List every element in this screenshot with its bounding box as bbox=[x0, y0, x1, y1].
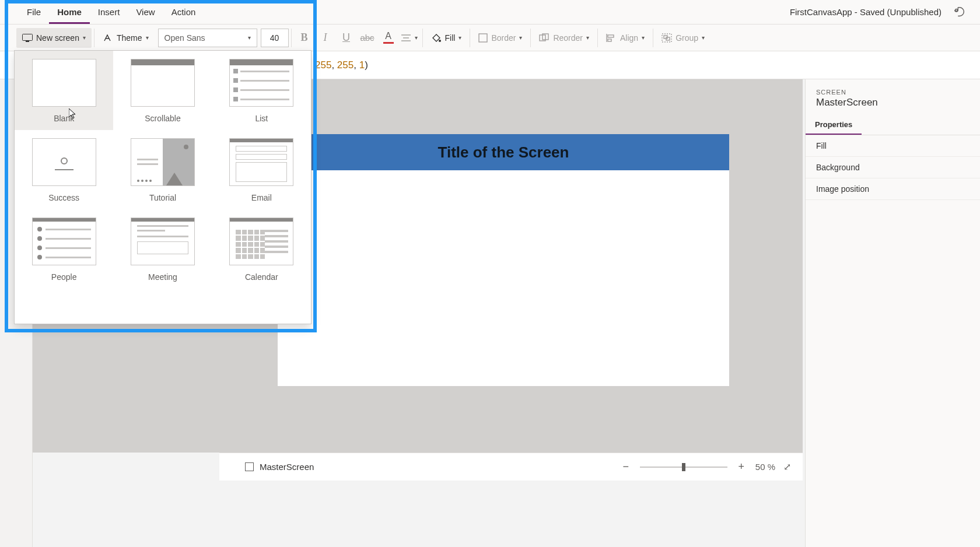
screen-checkbox[interactable] bbox=[245, 462, 254, 471]
group-icon bbox=[662, 33, 672, 43]
strikethrough-button[interactable]: abc bbox=[357, 27, 378, 48]
align-label: Align bbox=[620, 33, 638, 43]
reorder-label: Reorder bbox=[553, 33, 583, 43]
separator bbox=[470, 29, 470, 47]
template-email[interactable]: Email bbox=[212, 130, 311, 209]
chevron-down-icon: ▾ bbox=[642, 34, 645, 41]
property-image-position[interactable]: Image position bbox=[806, 178, 980, 200]
separator bbox=[422, 29, 423, 47]
zoom-controls: − + 50 % ⤢ bbox=[620, 461, 803, 473]
ribbon-toolbar: New screen ▾ Theme ▾ Open Sans ▾ 40 B I … bbox=[0, 24, 980, 51]
thumb-success bbox=[32, 138, 96, 186]
new-screen-dropdown: Blank Scrollable List Success bbox=[14, 50, 312, 324]
menu-home[interactable]: Home bbox=[49, 0, 90, 24]
cursor-icon bbox=[69, 108, 77, 119]
thumb-blank bbox=[32, 59, 96, 107]
theme-label: Theme bbox=[117, 33, 142, 43]
svg-point-0 bbox=[956, 9, 958, 11]
thumb-email bbox=[229, 138, 293, 186]
font-family-select[interactable]: Open Sans ▾ bbox=[158, 29, 257, 47]
separator bbox=[291, 29, 292, 47]
bold-button[interactable]: B bbox=[294, 27, 315, 48]
text-align-button[interactable]: ▾ bbox=[399, 27, 420, 48]
template-list[interactable]: List bbox=[212, 51, 311, 130]
properties-panel: SCREEN MasterScreen Properties Fill Back… bbox=[805, 79, 980, 547]
zoom-in-button[interactable]: + bbox=[736, 461, 747, 473]
template-label: Tutorial bbox=[149, 193, 176, 202]
group-button[interactable]: Group ▾ bbox=[656, 28, 710, 48]
object-type-label: SCREEN bbox=[816, 89, 970, 96]
template-label: Meeting bbox=[148, 272, 177, 282]
align-button[interactable]: Align ▾ bbox=[600, 28, 650, 48]
font-family-value: Open Sans bbox=[164, 33, 205, 43]
fill-button[interactable]: Fill ▾ bbox=[425, 28, 468, 48]
font-color-button[interactable]: A bbox=[378, 27, 399, 48]
thumb-tutorial bbox=[131, 138, 195, 186]
chevron-down-icon: ▾ bbox=[83, 34, 86, 41]
zoom-slider[interactable] bbox=[640, 467, 727, 468]
svg-point-6 bbox=[439, 40, 441, 42]
formula-num: 1 bbox=[359, 59, 365, 71]
new-screen-button[interactable]: New screen ▾ bbox=[16, 28, 92, 48]
border-icon bbox=[478, 33, 488, 43]
underline-button[interactable]: U bbox=[336, 27, 357, 48]
menu-insert[interactable]: Insert bbox=[90, 0, 128, 24]
template-blank[interactable]: Blank bbox=[15, 51, 113, 130]
svg-rect-12 bbox=[608, 39, 611, 41]
fit-to-window-icon[interactable]: ⤢ bbox=[783, 461, 791, 472]
new-screen-label: New screen bbox=[36, 33, 79, 43]
separator bbox=[597, 29, 598, 47]
theme-icon bbox=[103, 33, 113, 43]
font-size-input[interactable]: 40 bbox=[261, 29, 289, 47]
thumb-people bbox=[32, 218, 96, 265]
border-button[interactable]: Border ▾ bbox=[473, 28, 528, 48]
template-label: Email bbox=[251, 193, 272, 202]
zoom-out-button[interactable]: − bbox=[620, 461, 632, 473]
chevron-down-icon: ▾ bbox=[248, 34, 251, 41]
formula-num: 255 bbox=[315, 59, 331, 71]
chevron-down-icon: ▾ bbox=[702, 34, 705, 41]
template-scrollable[interactable]: Scrollable bbox=[113, 51, 212, 130]
chevron-down-icon: ▾ bbox=[459, 34, 461, 41]
tab-properties[interactable]: Properties bbox=[806, 115, 862, 135]
separator bbox=[653, 29, 653, 47]
thumb-scrollable bbox=[131, 59, 195, 107]
property-background[interactable]: Background bbox=[806, 157, 980, 178]
screen-header-label[interactable]: Title of the Screen bbox=[278, 134, 729, 170]
template-meeting[interactable]: Meeting bbox=[113, 209, 212, 289]
separator bbox=[94, 29, 94, 47]
property-fill[interactable]: Fill bbox=[806, 135, 980, 157]
app-checker-icon[interactable] bbox=[953, 6, 966, 19]
template-success[interactable]: Success bbox=[15, 130, 113, 209]
reorder-icon bbox=[539, 33, 550, 43]
menu-action[interactable]: Action bbox=[163, 0, 204, 24]
object-name-label: MasterScreen bbox=[816, 97, 970, 108]
reorder-button[interactable]: Reorder ▾ bbox=[533, 28, 595, 48]
formula-text: 255, 255, 1) bbox=[315, 59, 368, 71]
chevron-down-icon: ▾ bbox=[146, 34, 149, 41]
theme-button[interactable]: Theme ▾ bbox=[97, 28, 155, 48]
thumb-list bbox=[229, 59, 293, 107]
italic-button[interactable]: I bbox=[315, 27, 336, 48]
menu-bar: File Home Insert View Action FirstCanvas… bbox=[0, 0, 980, 24]
thumb-meeting bbox=[131, 218, 195, 265]
template-label: People bbox=[51, 272, 77, 282]
template-label: List bbox=[255, 114, 268, 123]
thumb-calendar bbox=[229, 218, 293, 265]
chevron-down-icon: ▾ bbox=[519, 34, 522, 41]
main-menu: File Home Insert View Action bbox=[0, 0, 204, 24]
zoom-slider-thumb[interactable] bbox=[682, 463, 685, 471]
template-label: Scrollable bbox=[145, 114, 180, 123]
template-people[interactable]: People bbox=[15, 209, 113, 289]
template-calendar[interactable]: Calendar bbox=[212, 209, 311, 289]
screen-name-label: MasterScreen bbox=[260, 462, 314, 472]
fill-bucket-icon bbox=[431, 33, 442, 43]
canvas-screen[interactable]: Title of the Screen bbox=[278, 134, 729, 386]
fill-label: Fill bbox=[445, 33, 456, 43]
menu-file[interactable]: File bbox=[19, 0, 49, 24]
template-tutorial[interactable]: Tutorial bbox=[113, 130, 212, 209]
status-bar: MasterScreen − + 50 % ⤢ bbox=[219, 453, 803, 481]
border-label: Border bbox=[491, 33, 516, 43]
menu-view[interactable]: View bbox=[128, 0, 163, 24]
template-label: Success bbox=[48, 193, 79, 202]
